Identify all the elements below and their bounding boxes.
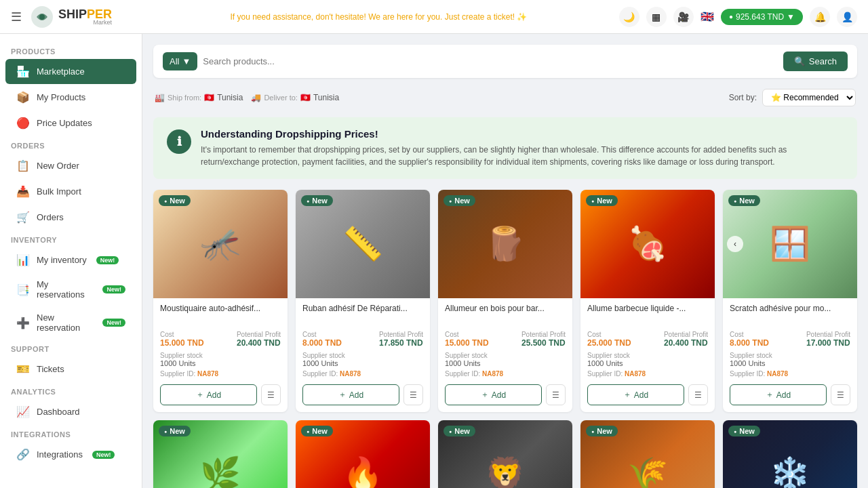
- product-card-1[interactable]: 🦟 New Moustiquaire auto-adhésif... Cost …: [153, 190, 288, 412]
- list-action-button[interactable]: ☰: [546, 384, 566, 405]
- hamburger-button[interactable]: ☰: [11, 9, 22, 24]
- stock-value: 1000 Units: [302, 359, 423, 367]
- ship-from-icon: 🏭: [155, 93, 165, 102]
- add-icon: ＋: [766, 389, 774, 401]
- stock-value: 1000 Units: [730, 359, 850, 367]
- sidebar-item-price-updates[interactable]: 🔴 Price Updates: [5, 110, 136, 136]
- stock-label: Supplier stock: [730, 352, 850, 359]
- deliver-to: 🚚 Deliver to: 🇹🇳 Tunisia: [251, 93, 339, 102]
- profit-label: Potential Profit: [379, 331, 423, 338]
- add-label: Add: [492, 390, 506, 400]
- sidebar-item-marketplace[interactable]: 🏪 Marketplace: [5, 59, 136, 84]
- info-content: Understanding Dropshipping Prices! It's …: [201, 128, 844, 168]
- search-button[interactable]: 🔍 Search: [783, 52, 848, 71]
- info-icon: ℹ: [167, 129, 191, 154]
- product-card-7[interactable]: 🔥 New: [296, 420, 430, 488]
- category-dropdown[interactable]: All ▼: [163, 52, 197, 70]
- cost-label: Cost: [160, 331, 204, 338]
- add-button[interactable]: ＋ Add: [160, 384, 257, 405]
- my-inventory-icon: 📊: [16, 253, 30, 266]
- bulk-import-icon: 📥: [16, 185, 30, 198]
- list-action-button[interactable]: ☰: [403, 384, 423, 405]
- product-actions: ＋ Add ☰: [438, 384, 572, 412]
- sidebar-item-new-reservation[interactable]: ➕ New reservation New!: [5, 306, 136, 339]
- bell-button[interactable]: 🔔: [810, 7, 830, 27]
- add-button[interactable]: ＋ Add: [302, 384, 399, 405]
- sidebar-label-my-inventory: My inventory: [37, 255, 87, 265]
- supplier-id: NA878: [482, 370, 503, 378]
- grid-button[interactable]: ▦: [646, 7, 667, 27]
- product-card-6[interactable]: 🌿 New: [153, 420, 288, 488]
- sidebar-label-my-products: My Products: [37, 92, 85, 102]
- add-button[interactable]: ＋ Add: [445, 384, 542, 405]
- my-reservations-badge: New!: [102, 285, 125, 293]
- dropdown-label: All: [170, 56, 179, 66]
- sidebar-item-new-order[interactable]: 📋 New Order: [5, 153, 136, 178]
- search-input[interactable]: [203, 56, 777, 66]
- sidebar-item-my-inventory[interactable]: 📊 My inventory New!: [5, 247, 136, 272]
- list-action-button[interactable]: ☰: [261, 384, 281, 405]
- supplier-id: NA878: [625, 370, 646, 378]
- sidebar-item-orders[interactable]: 🛒 Orders: [5, 205, 136, 230]
- product-name: Scratch adhésive pour mo...: [730, 304, 850, 325]
- product-card-8[interactable]: 🦁 New: [438, 420, 572, 488]
- product-card-9[interactable]: 🌾 New: [580, 420, 715, 488]
- price-updates-icon: 🔴: [16, 117, 30, 129]
- sidebar-label-integrations: Integrations: [37, 449, 83, 460]
- product-image-wrap: 🌾 New: [580, 420, 715, 488]
- integrations-badge: New!: [92, 451, 115, 459]
- product-card-5[interactable]: 🪟 New ‹ Scratch adhésive pour mo... Cost…: [723, 190, 857, 412]
- sort-select[interactable]: ⭐ Recommended: [762, 89, 856, 106]
- sidebar-item-dashboard[interactable]: 📈 Dashboard: [5, 399, 136, 424]
- deliver-to-label: Deliver to:: [264, 94, 298, 102]
- product-image-wrap: 🔥 New: [296, 420, 430, 488]
- product-info: Scratch adhésive pour mo... Cost 8.000 T…: [723, 298, 857, 384]
- nav-prev-button[interactable]: ‹: [727, 236, 743, 252]
- stock-label: Supplier stock: [445, 352, 566, 359]
- product-image-wrap: 🍖 New: [580, 190, 715, 298]
- add-label: Add: [776, 390, 791, 400]
- stock-label: Supplier stock: [587, 352, 708, 359]
- topbar-right: 🌙 ▦ 🎥 🇬🇧 ● 925.643 TND ▼ 🔔 👤: [619, 7, 857, 27]
- sidebar-item-integrations[interactable]: 🔗 Integrations New!: [5, 442, 136, 467]
- user-button[interactable]: 👤: [837, 7, 857, 27]
- supplier-row: Supplier ID: NA878: [302, 370, 423, 378]
- logo: SHIPPER Market: [30, 5, 138, 29]
- filters-right: Sort by: ⭐ Recommended: [729, 89, 856, 106]
- list-action-button[interactable]: ☰: [688, 384, 708, 405]
- add-label: Add: [207, 390, 221, 400]
- balance-button[interactable]: ● 925.643 TND ▼: [721, 9, 803, 25]
- add-button[interactable]: ＋ Add: [730, 384, 827, 405]
- ship-from: 🏭 Ship from: 🇹🇳 Tunisia: [155, 93, 243, 102]
- stock-row: Supplier stock 1000 Units: [730, 352, 850, 367]
- product-card-3[interactable]: 🪵 New Allumeur en bois pour bar... Cost …: [438, 190, 572, 412]
- deliver-to-flag: 🇹🇳: [300, 93, 311, 102]
- sidebar-item-bulk-import[interactable]: 📥 Bulk Import: [5, 179, 136, 204]
- logo-icon: [30, 5, 54, 29]
- product-card-4[interactable]: 🍖 New Allume barbecue liquide -... Cost …: [580, 190, 715, 412]
- orders-icon: 🛒: [16, 211, 30, 224]
- product-card-2[interactable]: 📏 New Ruban adhésif De Réparati... Cost …: [296, 190, 430, 412]
- stock-row: Supplier stock 1000 Units: [587, 352, 708, 367]
- layout: Products 🏪 Marketplace 📦 My Products 🔴 P…: [0, 34, 868, 488]
- profit-value: 20.400 TND: [664, 338, 708, 348]
- video-button[interactable]: 🎥: [673, 7, 694, 27]
- list-action-button[interactable]: ☰: [831, 384, 850, 405]
- message-star: ✨: [517, 12, 527, 22]
- supplier-row: Supplier ID: NA878: [445, 370, 566, 378]
- sidebar-item-tickets[interactable]: 🎫 Tickets: [5, 357, 136, 382]
- cost-value: 25.000 TND: [587, 338, 631, 348]
- product-image-wrap: 🌿 New: [153, 420, 288, 488]
- section-label-analytics: Analytics: [0, 382, 142, 399]
- moon-button[interactable]: 🌙: [619, 7, 639, 27]
- profit-label: Potential Profit: [521, 331, 566, 338]
- sidebar-item-my-reservations[interactable]: 📑 My reservations New!: [5, 273, 136, 306]
- product-name: Allumeur en bois pour bar...: [445, 304, 566, 325]
- sidebar-label-my-reservations: My reservations: [37, 279, 93, 300]
- product-card-10[interactable]: ❄️ New: [723, 420, 857, 488]
- add-icon: ＋: [196, 389, 204, 401]
- add-button[interactable]: ＋ Add: [587, 384, 684, 405]
- sidebar-item-my-products[interactable]: 📦 My Products: [5, 85, 136, 110]
- price-row: Cost 15.000 TND Potential Profit 25.500 …: [445, 331, 566, 348]
- product-image-wrap: 📏 New: [296, 190, 430, 298]
